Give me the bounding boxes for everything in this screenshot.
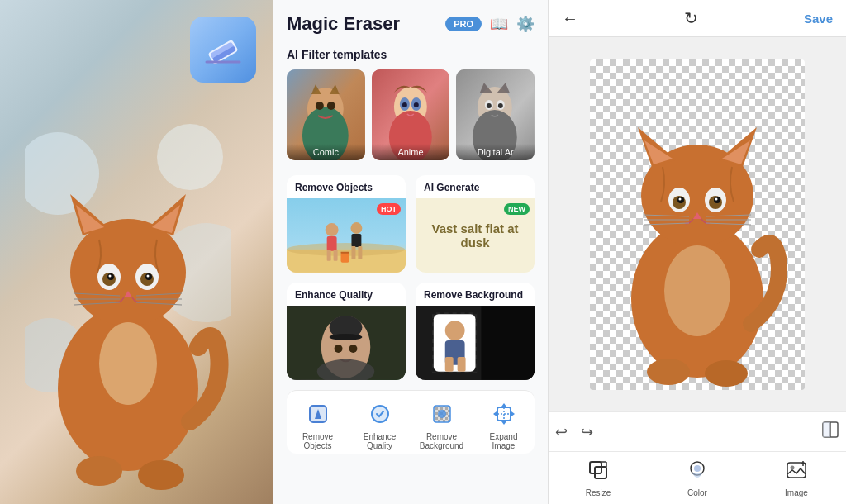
tool-remove-background-label: RemoveBackground	[420, 432, 463, 450]
svg-point-124	[705, 360, 748, 387]
svg-point-35	[316, 102, 324, 110]
remove-objects-title: Remove Objects	[287, 175, 406, 198]
svg-rect-60	[351, 246, 355, 259]
comic-label: Comic	[287, 144, 365, 160]
nav-color[interactable]: Color	[673, 459, 722, 497]
svg-point-50	[498, 103, 503, 108]
svg-point-36	[327, 102, 335, 110]
svg-point-25	[76, 456, 122, 486]
svg-point-133	[694, 465, 701, 472]
left-panel	[0, 0, 273, 504]
remove-background-block[interactable]: Remove Background	[416, 283, 535, 380]
split-view-button[interactable]	[815, 417, 846, 446]
undo-button[interactable]: ↩	[549, 420, 574, 445]
tool-remove-objects[interactable]: RemoveObjects	[293, 399, 343, 450]
right-panel: ← ↻ Save	[549, 0, 846, 504]
image-label: Image	[785, 488, 808, 497]
anime-label: Anime	[372, 144, 450, 160]
svg-point-93	[438, 410, 446, 418]
svg-point-42	[402, 102, 407, 107]
svg-rect-57	[334, 250, 338, 261]
beach-bg: HOT	[287, 198, 406, 273]
magic-eraser-icon	[190, 17, 256, 83]
canvas-inner	[590, 59, 805, 390]
tool-enhance-quality-label: EnhanceQuality	[364, 432, 396, 450]
header-row: Magic Eraser PRO 📖 ⚙️	[287, 13, 535, 35]
middle-panel: Magic Eraser PRO 📖 ⚙️ AI Filter template…	[273, 0, 549, 504]
hot-badge: HOT	[377, 203, 401, 215]
svg-point-113	[679, 197, 682, 200]
remove-objects-block[interactable]: Remove Objects HOT	[287, 175, 406, 273]
ai-generate-block[interactable]: AI Generate NEW Vast salt flat at dusk	[416, 175, 535, 273]
bottom-tools-bar: RemoveObjects EnhanceQuality	[287, 390, 535, 454]
svg-point-77	[445, 321, 465, 340]
enhance-quality-image	[287, 306, 406, 380]
svg-point-27	[99, 322, 157, 405]
svg-rect-79	[445, 357, 454, 372]
ai-generate-card: NEW Vast salt flat at dusk	[416, 198, 535, 273]
enhance-quality-icon	[365, 399, 395, 429]
pro-badge[interactable]: PRO	[445, 17, 482, 31]
settings-icon[interactable]: ⚙️	[516, 15, 535, 33]
svg-rect-59	[351, 234, 361, 247]
app-title: Magic Eraser	[287, 13, 437, 35]
filter-card-digital[interactable]: Digital Ar	[456, 69, 535, 160]
resize-label: Resize	[586, 488, 611, 497]
nav-image[interactable]: Image	[772, 459, 821, 497]
remove-objects-image: HOT	[287, 198, 406, 273]
svg-point-17	[147, 275, 150, 278]
enhance-quality-title: Enhance Quality	[287, 283, 406, 306]
redo-button[interactable]: ↪	[574, 420, 600, 445]
svg-point-1	[157, 124, 223, 190]
svg-rect-55	[327, 236, 337, 251]
remove-background-icon	[427, 399, 457, 429]
remove-bg-card	[416, 306, 535, 380]
svg-point-43	[413, 102, 418, 107]
save-button[interactable]: Save	[804, 12, 833, 26]
canvas-area	[549, 37, 846, 411]
image-icon	[785, 459, 808, 487]
svg-rect-62	[341, 253, 349, 263]
svg-point-123	[647, 359, 690, 385]
svg-point-114	[715, 197, 718, 200]
remove-background-title: Remove Background	[416, 283, 535, 306]
color-label: Color	[687, 488, 707, 497]
svg-point-5	[70, 219, 186, 326]
color-icon	[686, 459, 709, 487]
right-bottom-nav: Resize Color Ima	[549, 452, 846, 504]
filter-card-comic[interactable]: Comic	[287, 69, 365, 160]
tool-expand-image[interactable]: ExpandImage	[479, 399, 529, 450]
filter-templates-row: Comic	[287, 69, 535, 160]
remove-background-image	[416, 306, 535, 380]
tool-remove-background[interactable]: RemoveBackground	[417, 399, 467, 450]
nav-resize[interactable]: Resize	[573, 459, 623, 497]
svg-marker-98	[501, 421, 506, 425]
svg-point-135	[791, 466, 795, 470]
book-icon[interactable]: 📖	[490, 15, 508, 33]
svg-point-16	[109, 275, 112, 278]
new-badge: NEW	[504, 203, 530, 215]
svg-marker-100	[511, 411, 515, 416]
remove-objects-icon	[303, 399, 333, 429]
svg-point-68	[330, 334, 363, 340]
svg-point-70	[349, 345, 357, 353]
ai-generate-title: AI Generate	[416, 175, 535, 198]
svg-rect-61	[358, 246, 362, 259]
svg-rect-127	[823, 422, 830, 437]
right-toolbar: ↩ ↪	[549, 411, 846, 452]
refresh-button[interactable]: ↻	[684, 8, 698, 28]
svg-rect-81	[481, 306, 535, 379]
tool-enhance-quality[interactable]: EnhanceQuality	[355, 399, 405, 450]
back-button[interactable]: ←	[562, 9, 578, 28]
right-header: ← ↻ Save	[549, 0, 846, 37]
svg-point-26	[138, 460, 184, 490]
svg-rect-80	[458, 357, 466, 372]
enhance-quality-block[interactable]: Enhance Quality	[287, 283, 406, 380]
ai-generate-prompt: Vast salt flat at dusk	[416, 215, 535, 256]
svg-marker-99	[493, 411, 497, 416]
filter-card-anime[interactable]: Anime	[372, 69, 450, 160]
cat-photo	[25, 107, 231, 504]
tool-remove-objects-label: RemoveObjects	[302, 432, 333, 450]
digital-label: Digital Ar	[456, 144, 535, 160]
svg-point-54	[326, 223, 339, 236]
